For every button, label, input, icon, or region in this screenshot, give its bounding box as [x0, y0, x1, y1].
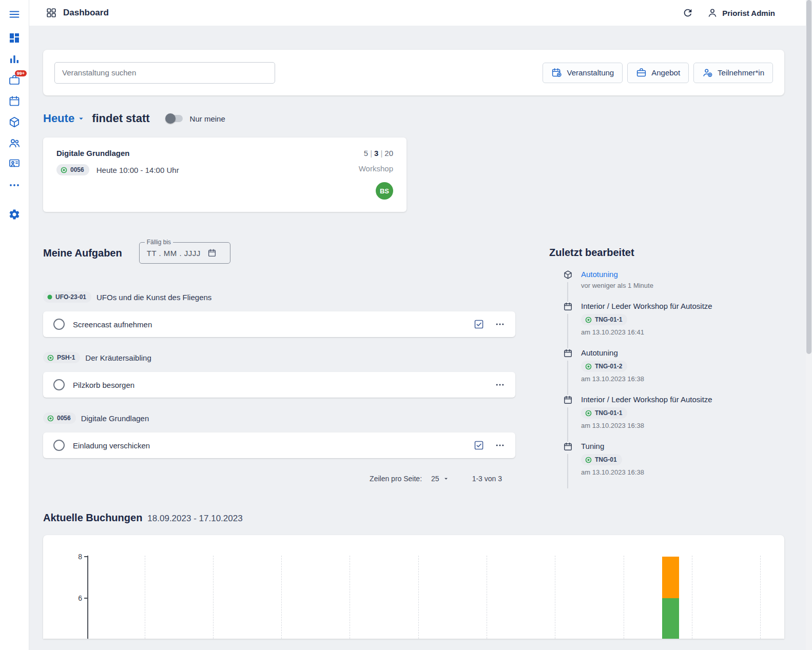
rows-per-page-label: Zeilen pro Seite:	[370, 475, 422, 483]
scrollbar-track[interactable]	[806, 0, 812, 650]
offers-count-badge: 99+	[15, 70, 27, 76]
recent-item-title: Interior / Leder Workshop für Autositze	[581, 395, 712, 404]
timeline-icon-column	[563, 395, 573, 442]
status-target-icon	[585, 363, 592, 370]
topbar-left: Dashboard	[46, 7, 109, 18]
participants-icon[interactable]	[4, 133, 25, 153]
recent-item-badge: TNG-01-1	[581, 407, 627, 419]
create-offer-button[interactable]: Angebot	[627, 63, 689, 83]
recent-item-body: Tuning TNG-01 am 13.10.2023 16:38	[581, 442, 644, 488]
timeline-icon-column	[563, 302, 573, 348]
task-more-icon[interactable]	[495, 380, 505, 390]
tasks-heading: Meine Aufgaben	[43, 247, 122, 259]
event-card-row2: 0056 Heute 10:00 - 14:00 Uhr	[56, 164, 393, 175]
chevron-down-icon	[76, 114, 86, 123]
scrollbar-thumb[interactable]	[806, 0, 811, 354]
search-input[interactable]	[54, 62, 275, 84]
recent-item-badge-wrap: TNG-01	[581, 454, 644, 465]
task-row[interactable]: Pilzkorb besorgen	[43, 372, 515, 398]
recent-item-badge: TNG-01-1	[581, 314, 627, 325]
page-range: 1-3 von 3	[472, 475, 502, 483]
event-code-badge: 0056	[56, 164, 89, 175]
timeline-connector	[567, 454, 568, 488]
event-calendar-icon	[563, 442, 573, 451]
user-menu[interactable]: Priorist Admin	[707, 7, 775, 18]
chart-bar-segment-green	[662, 598, 679, 639]
offers-icon[interactable]: 99+	[4, 70, 25, 90]
grid-view-icon	[46, 7, 57, 18]
task-group-code: 0056	[57, 415, 71, 422]
count-separator: |	[378, 149, 384, 157]
calendar-icon[interactable]	[4, 91, 25, 111]
task-complete-checkbox[interactable]	[53, 319, 65, 330]
columns: Meine Aufgaben Fällig bis UFO-23-01	[43, 239, 784, 488]
task-group-title: Digitale Grundlagen	[81, 414, 149, 423]
sidebar: 99+	[0, 0, 29, 650]
recent-item: Autotuning vor weniger als 1 Minute	[563, 270, 784, 302]
event-title: Digitale Grundlagen	[56, 149, 130, 157]
recent-item-meta: vor weniger als 1 Minute	[581, 282, 653, 289]
event-card[interactable]: Digitale Grundlagen 5|3|20 0056 Heute 10…	[43, 137, 407, 212]
task-group-badge: UFO-23-01	[43, 291, 91, 303]
y-axis-tick-label: 6	[66, 594, 82, 602]
task-more-icon[interactable]	[495, 440, 505, 450]
today-row: Heute findet statt Nur meine	[43, 110, 784, 127]
checklist-icon[interactable]	[473, 319, 485, 330]
briefcase-icon	[636, 67, 647, 78]
recent-item: Autotuning TNG-01-2 am 13.10.2023 16:38	[563, 348, 784, 395]
recent-item-badge-wrap: TNG-01-1	[581, 314, 712, 325]
dashboard-icon[interactable]	[4, 28, 25, 48]
menu-icon[interactable]	[4, 4, 25, 25]
create-event-button[interactable]: Veranstaltung	[543, 63, 623, 83]
task-more-icon[interactable]	[495, 319, 505, 329]
recent-item-badge: TNG-01	[581, 454, 622, 465]
avatar: BS	[376, 182, 393, 200]
task-complete-checkbox[interactable]	[53, 379, 65, 390]
gridline	[692, 556, 692, 639]
create-participant-button[interactable]: Teilnehmer*in	[693, 63, 773, 83]
checklist-icon[interactable]	[473, 440, 485, 451]
today-filter-dropdown[interactable]: Heute	[43, 112, 86, 125]
recent-item-badge-wrap: TNG-01-1	[581, 407, 712, 419]
calendar-plus-icon	[551, 67, 562, 78]
only-mine-toggle[interactable]	[165, 113, 184, 124]
tasks-header: Meine Aufgaben Fällig bis	[43, 239, 515, 267]
recent-item-body: Autotuning TNG-01-2 am 13.10.2023 16:38	[581, 348, 644, 395]
page-title: Dashboard	[63, 8, 109, 18]
rows-per-page-select[interactable]: 25	[431, 475, 450, 483]
task-row[interactable]: Einladung verschicken	[43, 432, 515, 458]
person-plus-icon	[702, 67, 713, 78]
products-icon[interactable]	[4, 112, 25, 132]
task-actions	[473, 319, 505, 330]
y-axis-tick-label: 8	[66, 553, 82, 561]
refresh-icon[interactable]	[682, 7, 693, 18]
user-icon	[707, 7, 718, 18]
due-date-input[interactable]	[147, 249, 207, 258]
status-target-icon	[47, 354, 54, 361]
recent-column: Zuletzt bearbeitet Autotuning vor wenige…	[549, 239, 784, 488]
timeline-icon-column	[563, 270, 573, 302]
task-complete-checkbox[interactable]	[53, 440, 65, 451]
date-picker-calendar-icon[interactable]	[207, 248, 217, 258]
today-filter-label: Heute	[43, 112, 74, 125]
chart-bar	[662, 557, 679, 639]
settings-icon[interactable]	[4, 204, 25, 225]
task-label: Screencast aufnehmen	[73, 320, 465, 329]
recent-item-title-link[interactable]: Autotuning	[581, 270, 653, 279]
recent-item-title: Autotuning	[581, 348, 644, 357]
task-row[interactable]: Screencast aufnehmen	[43, 311, 515, 337]
task-group-title: Der Kräutersaibling	[85, 353, 151, 362]
product-cube-icon	[563, 270, 573, 280]
timeline-connector	[567, 407, 568, 442]
trainer-icon[interactable]	[4, 154, 25, 174]
recent-item: Interior / Leder Workshop für Autositze …	[563, 395, 784, 442]
recent-item-code: TNG-01	[595, 456, 617, 463]
topbar-right: Priorist Admin	[682, 7, 775, 18]
more-icon[interactable]	[4, 175, 25, 195]
tasks-column: Meine Aufgaben Fällig bis UFO-23-01	[43, 239, 515, 488]
statistics-icon[interactable]	[4, 49, 25, 69]
recent-item-title: Tuning	[581, 442, 644, 450]
status-target-icon	[585, 410, 592, 417]
pagination: Zeilen pro Seite: 25 1-3 von 3	[43, 470, 515, 487]
due-date-field[interactable]: Fällig bis	[139, 242, 230, 264]
